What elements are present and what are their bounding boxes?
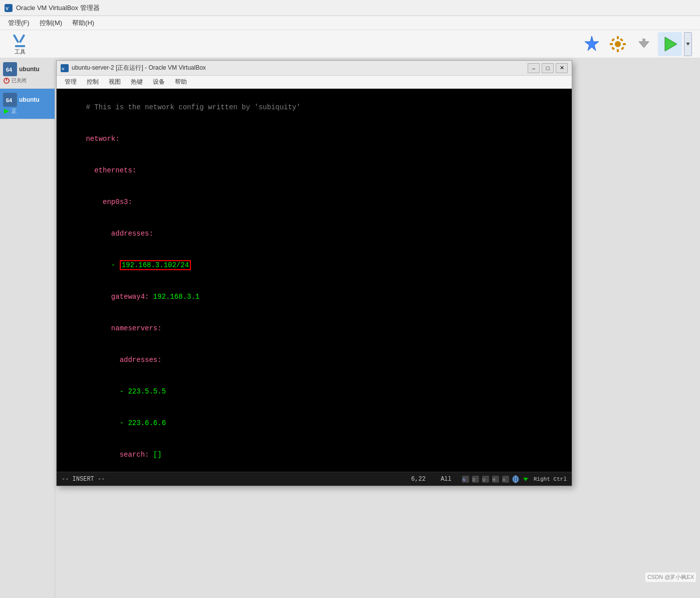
vm-status-text-ubuntu: 已关闭 (12, 77, 27, 84)
vm-menu-hotkeys[interactable]: 热键 (127, 77, 147, 87)
term-key-search: search: (86, 451, 149, 459)
term-key-addresses1: addresses: (86, 230, 153, 238)
vm-menu-help[interactable]: 帮助 (171, 77, 191, 87)
term-key-nameservers: nameservers: (86, 324, 161, 332)
app-title: Oracle VM VirtualBox 管理器 (16, 4, 100, 13)
term-dash-1: - (86, 261, 119, 269)
chevron-down-icon (685, 42, 690, 47)
settings-button[interactable] (606, 32, 630, 56)
menu-help[interactable]: 帮助(H) (68, 18, 98, 29)
svg-rect-7 (617, 36, 619, 39)
new-button[interactable] (580, 32, 604, 56)
term-dns2: - 223.6.6.6 (86, 419, 166, 427)
arrow-right-icon (660, 34, 680, 54)
maximize-button[interactable]: □ (542, 63, 554, 73)
terminal-line-12: search: [] (61, 439, 568, 471)
arrow-down-icon (636, 37, 651, 52)
svg-rect-4 (15, 45, 25, 47)
svg-point-6 (615, 41, 621, 47)
network-icon: N (461, 475, 470, 483)
svg-text:N: N (462, 478, 465, 483)
tools-label: 工具 (15, 48, 26, 56)
power-icon (3, 77, 10, 84)
vm-menu-control[interactable]: 控制 (83, 77, 103, 87)
svg-text:U: U (483, 478, 485, 483)
close-button[interactable]: ✕ (556, 63, 568, 73)
menu-control[interactable]: 控制(M) (36, 18, 67, 29)
term-ip-highlight: 192.168.3.102/24 (120, 260, 191, 270)
terminal-line-8: nameservers: (61, 313, 568, 344)
starburst-icon (583, 35, 601, 53)
svg-rect-9 (610, 43, 613, 45)
vm-status-ubuntu: 已关闭 (3, 77, 27, 84)
terminal-line-11: - 223.6.6.6 (61, 408, 568, 439)
toolbar-right (580, 32, 692, 56)
svg-marker-17 (665, 37, 677, 51)
terminal-position: 6,22 (411, 476, 426, 483)
start-button[interactable] (658, 32, 682, 56)
vm-status-bar: -- INSERT -- 6,22 All N D U H A Right Ct… (57, 472, 572, 486)
term-key-gateway: gateway4: (86, 293, 149, 301)
terminal-screen[interactable]: # This is the network config written by … (57, 89, 572, 472)
term-key-network: network: (86, 135, 119, 143)
svg-rect-2 (13, 34, 19, 43)
right-ctrl-label: Right Ctrl (534, 476, 567, 482)
svg-text:V: V (62, 67, 65, 71)
hdd-icon: H (492, 475, 500, 483)
term-key-enp0s3: enp0s3: (86, 198, 132, 206)
vm-title-text: ubuntu-server-2 [正在运行] - Oracle VM Virtu… (72, 64, 528, 72)
vbox-icon: V (4, 4, 13, 13)
svg-text:H: H (493, 478, 495, 483)
import-button[interactable] (632, 32, 656, 56)
terminal-line-6: - 192.168.3.102/24 (61, 250, 568, 281)
svg-rect-3 (19, 34, 25, 43)
terminal-line-7: gateway4: 192.168.3.1 (61, 281, 568, 313)
vm-menu-manage[interactable]: 管理 (61, 77, 81, 87)
arrow-down-small-icon (522, 475, 530, 483)
vm-title-icon: V (61, 64, 69, 72)
menu-manage[interactable]: 管理(F) (4, 18, 34, 29)
vm-list-sidebar: 64 ubuntu 已关闭 64 ubuntu (0, 58, 55, 598)
watermark-label: CSDN @罗小枫EX (645, 572, 696, 582)
svg-rect-13 (620, 38, 623, 41)
tools-icon (12, 32, 28, 48)
start-dropdown-button[interactable] (684, 32, 692, 56)
svg-marker-25 (4, 109, 9, 114)
vm-window: V ubuntu-server-2 [正在运行] - Oracle VM Vir… (56, 60, 572, 486)
vm-item-ubuntu-server-2[interactable]: 64 ubuntu 正 (0, 89, 55, 119)
vm-status-ubuntu-server-2: 正 (3, 108, 17, 115)
terminal-line-3: ethernets: (61, 155, 568, 186)
app-toolbar: 工具 (0, 30, 700, 58)
vm-item-ubuntu[interactable]: 64 ubuntu 已关闭 (0, 58, 55, 89)
vm-status-text-ubuntu-server-2: 正 (12, 108, 17, 115)
terminal-line-1: # This is the network config written by … (61, 92, 568, 123)
vm-icon-ubuntu: 64 (3, 62, 17, 76)
svg-rect-16 (642, 39, 645, 43)
usb-icon: U (482, 475, 490, 483)
term-val-search: [] (149, 451, 161, 459)
tools-button[interactable]: 工具 (8, 30, 32, 58)
vm-icon-ubuntu-server-2: 64 (3, 93, 17, 107)
term-dns1: - 223.5.5.5 (86, 387, 166, 395)
terminal-line-10: - 223.5.5.5 (61, 376, 568, 408)
svg-text:V: V (6, 6, 9, 11)
svg-text:64: 64 (6, 97, 13, 103)
globe-icon (512, 475, 520, 483)
vm-menu-devices[interactable]: 设备 (149, 77, 169, 87)
vm-menu-view[interactable]: 视图 (105, 77, 125, 87)
terminal-line-4: enp0s3: (61, 186, 568, 218)
terminal-line-9: addresses: (61, 344, 568, 376)
svg-rect-10 (623, 43, 626, 45)
vm-name-ubuntu: ubuntu (19, 66, 40, 73)
svg-rect-11 (611, 38, 615, 41)
vm-menu-bar: 管理 控制 视图 热键 设备 帮助 (57, 76, 572, 89)
minimize-button[interactable]: – (528, 63, 540, 73)
terminal-line-2: network: (61, 123, 568, 155)
term-key-addresses2: addresses: (86, 356, 161, 364)
running-arrow-icon (3, 108, 10, 114)
terminal-line-13: version: 2 (61, 471, 568, 472)
svg-rect-8 (617, 49, 619, 52)
gear-icon (609, 35, 627, 53)
term-val-gateway: 192.168.3.1 (149, 293, 199, 301)
app-menu-bar: 管理(F) 控制(M) 帮助(H) (0, 16, 700, 30)
